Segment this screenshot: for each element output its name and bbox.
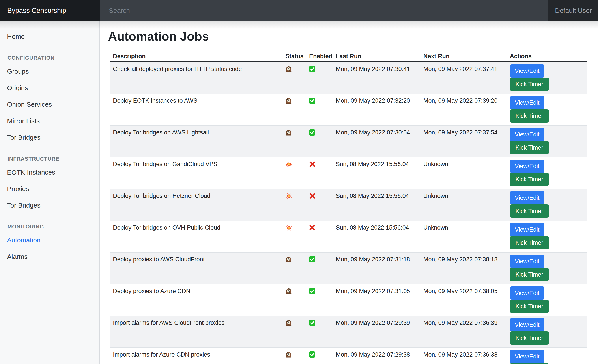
collision-icon (285, 193, 292, 200)
job-next-run: Unknown (421, 157, 507, 189)
sidebar-item-groups[interactable]: Groups (0, 63, 100, 80)
job-description: Deploy proxies to AWS CloudFront (110, 252, 283, 284)
brand[interactable]: Bypass Censorship (0, 0, 100, 21)
column-header-actions: Actions (507, 51, 587, 62)
mantel-clock-icon (285, 129, 292, 136)
table-row: Check all deployed proxies for HTTP stat… (110, 62, 587, 94)
jobs-table-body: Check all deployed proxies for HTTP stat… (110, 62, 587, 364)
table-row: Deploy proxies to Azure CDN Mo (110, 284, 587, 316)
mantel-clock-icon (285, 319, 292, 326)
mantel-clock-icon (285, 97, 292, 104)
page-title: Automation Jobs (108, 29, 598, 43)
mantel-clock-icon (285, 66, 292, 72)
job-description: Import alarms for Azure CDN proxies (110, 348, 283, 364)
mantel-clock-icon (285, 288, 292, 294)
table-row: Import alarms for AWS CloudFront proxies (110, 316, 587, 348)
job-last-run: Sun, 08 May 2022 15:56:04 (333, 157, 421, 189)
kick-timer-button[interactable]: Kick Timer (510, 236, 549, 250)
job-last-run: Mon, 09 May 2022 07:29:38 (333, 348, 421, 364)
table-row: Deploy Tor bridges on AWS Lightsail (110, 126, 587, 157)
sidebar-item-mirror-lists[interactable]: Mirror Lists (0, 113, 100, 129)
table-row: Import alarms for Azure CDN proxies (110, 348, 587, 364)
check-mark-icon (309, 288, 315, 294)
job-description: Deploy Tor bridges on AWS Lightsail (110, 126, 283, 157)
job-description: Check all deployed proxies for HTTP stat… (110, 62, 283, 94)
view-edit-button[interactable]: View/Edit (510, 128, 544, 141)
job-next-run: Mon, 09 May 2022 07:37:54 (421, 126, 507, 157)
table-row: Deploy Tor bridges on GandiCloud VPS (110, 157, 587, 189)
kick-timer-button[interactable]: Kick Timer (510, 78, 549, 91)
sidebar: Home CONFIGURATION Groups Origins Onion … (0, 21, 100, 364)
sidebar-item-proxies[interactable]: Proxies (0, 180, 100, 197)
job-last-run: Mon, 09 May 2022 07:30:41 (333, 62, 421, 94)
sidebar-item-automation[interactable]: Automation (0, 232, 100, 248)
mantel-clock-icon (285, 256, 292, 263)
job-next-run: Mon, 09 May 2022 07:38:18 (421, 252, 507, 284)
view-edit-button[interactable]: View/Edit (510, 286, 544, 300)
kick-timer-button[interactable]: Kick Timer (510, 109, 549, 122)
kick-timer-button[interactable]: Kick Timer (510, 173, 549, 186)
column-header-status: Status (283, 51, 307, 62)
view-edit-button[interactable]: View/Edit (510, 223, 544, 236)
job-description: Deploy Tor bridges on OVH Public Cloud (110, 221, 283, 252)
sidebar-item-home[interactable]: Home (0, 28, 100, 45)
job-next-run: Mon, 09 May 2022 07:36:38 (421, 348, 507, 364)
job-next-run: Mon, 09 May 2022 07:36:39 (421, 316, 507, 348)
user-menu-label: Default User (555, 7, 592, 14)
table-header-row: Description Status Enabled Last Run Next… (110, 51, 587, 62)
job-description: Deploy EOTK instances to AWS (110, 94, 283, 126)
view-edit-button[interactable]: View/Edit (510, 255, 544, 268)
user-menu[interactable]: Default User (548, 0, 598, 21)
table-row: Deploy proxies to AWS CloudFront (110, 252, 587, 284)
kick-timer-button[interactable]: Kick Timer (510, 300, 549, 313)
sidebar-section-configuration: CONFIGURATION (0, 54, 100, 62)
column-header-enabled: Enabled (307, 51, 333, 62)
sidebar-item-tor-bridges[interactable]: Tor Bridges (0, 129, 100, 146)
sidebar-item-tor-bridges-infra[interactable]: Tor Bridges (0, 197, 100, 213)
job-next-run: Mon, 09 May 2022 07:39:20 (421, 94, 507, 126)
kick-timer-button[interactable]: Kick Timer (510, 204, 549, 218)
check-mark-icon (309, 351, 315, 358)
job-next-run: Mon, 09 May 2022 07:38:05 (421, 284, 507, 316)
view-edit-button[interactable]: View/Edit (510, 64, 544, 78)
kick-timer-button[interactable]: Kick Timer (510, 141, 549, 154)
view-edit-button[interactable]: View/Edit (510, 96, 544, 109)
cross-mark-icon (309, 161, 315, 167)
job-description: Import alarms for AWS CloudFront proxies (110, 316, 283, 348)
job-last-run: Mon, 09 May 2022 07:31:18 (333, 252, 421, 284)
job-last-run: Sun, 08 May 2022 15:56:04 (333, 221, 421, 252)
column-header-last-run: Last Run (333, 51, 421, 62)
view-edit-button[interactable]: View/Edit (510, 318, 544, 332)
check-mark-icon (309, 320, 315, 326)
table-row: Deploy EOTK instances to AWS M (110, 94, 587, 126)
column-header-description: Description (110, 51, 283, 62)
kick-timer-button[interactable]: Kick Timer (510, 363, 549, 364)
search-input[interactable] (109, 0, 528, 21)
table-row: Deploy Tor bridges on Hetzner Cloud (110, 189, 587, 221)
view-edit-button[interactable]: View/Edit (510, 160, 544, 173)
column-header-next-run: Next Run (421, 51, 507, 62)
sidebar-section-infrastructure: INFRASTRUCTURE (0, 154, 100, 163)
sidebar-item-onion-services[interactable]: Onion Services (0, 96, 100, 113)
sidebar-item-alarms[interactable]: Alarms (0, 248, 100, 265)
sidebar-item-origins[interactable]: Origins (0, 80, 100, 96)
jobs-table: Description Status Enabled Last Run Next… (110, 51, 587, 364)
job-description: Deploy Tor bridges on GandiCloud VPS (110, 157, 283, 189)
sidebar-item-eotk-instances[interactable]: EOTK Instances (0, 164, 100, 180)
table-row: Deploy Tor bridges on OVH Public Cloud (110, 221, 587, 252)
job-last-run: Mon, 09 May 2022 07:31:05 (333, 284, 421, 316)
collision-icon (285, 161, 292, 168)
mantel-clock-icon (285, 351, 292, 358)
sidebar-section-monitoring: MONITORING (0, 222, 100, 231)
check-mark-icon (309, 256, 315, 262)
view-edit-button[interactable]: View/Edit (510, 191, 544, 204)
job-last-run: Mon, 09 May 2022 07:30:54 (333, 126, 421, 157)
view-edit-button[interactable]: View/Edit (510, 350, 544, 363)
job-last-run: Mon, 09 May 2022 07:29:39 (333, 316, 421, 348)
job-last-run: Mon, 09 May 2022 07:32:20 (333, 94, 421, 126)
kick-timer-button[interactable]: Kick Timer (510, 332, 549, 345)
job-next-run: Mon, 09 May 2022 07:37:41 (421, 62, 507, 94)
cross-mark-icon (309, 225, 315, 231)
job-last-run: Sun, 08 May 2022 15:56:04 (333, 189, 421, 221)
kick-timer-button[interactable]: Kick Timer (510, 268, 549, 281)
